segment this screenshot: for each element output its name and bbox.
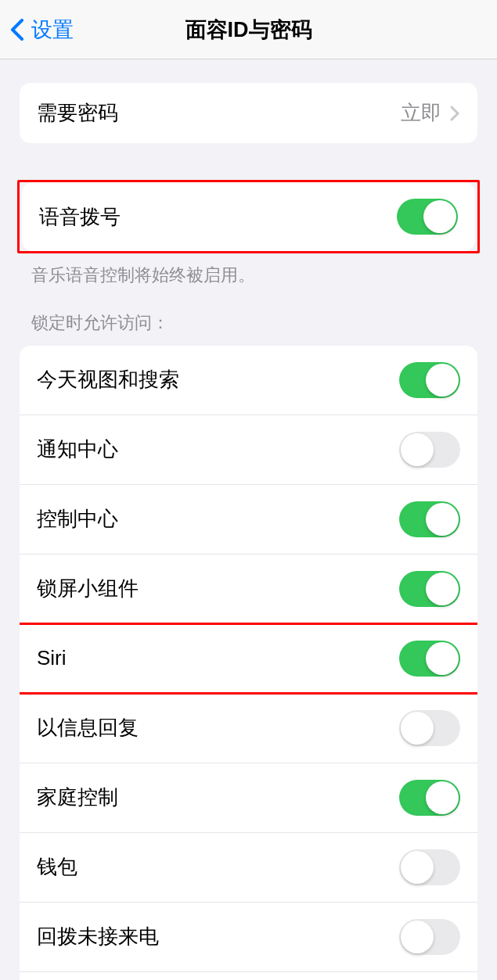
today-view-toggle[interactable]: [399, 362, 460, 398]
notification-center-toggle[interactable]: [399, 432, 460, 468]
notification-center-label: 通知中心: [37, 436, 118, 463]
chevron-right-icon: [449, 105, 460, 122]
control-center-toggle[interactable]: [399, 501, 460, 537]
home-control-row: 家庭控制: [20, 763, 477, 833]
return-missed-calls-row: 回拨未接来电: [20, 903, 477, 972]
chevron-left-icon: [9, 18, 25, 41]
lock-screen-widgets-label: 锁屏小组件: [37, 575, 139, 602]
back-button[interactable]: 设置: [0, 16, 74, 44]
home-control-label: 家庭控制: [37, 784, 118, 811]
voice-dial-toggle[interactable]: [397, 199, 458, 235]
control-center-row: 控制中心: [20, 485, 477, 555]
wallet-toggle[interactable]: [399, 849, 460, 885]
reply-message-row: 以信息回复: [20, 694, 477, 763]
home-control-toggle[interactable]: [399, 780, 460, 816]
page-title: 面容ID与密码: [185, 16, 312, 44]
lock-screen-widgets-row: 锁屏小组件: [20, 555, 477, 624]
require-passcode-row[interactable]: 需要密码 立即: [20, 83, 477, 143]
voice-dial-group: 语音拨号: [22, 182, 475, 251]
return-missed-calls-toggle[interactable]: [399, 919, 460, 955]
voice-dial-footer: 音乐语音控制将始终被启用。: [0, 253, 497, 288]
reply-message-toggle[interactable]: [399, 710, 460, 746]
wallet-row: 钱包: [20, 833, 477, 903]
back-label: 设置: [31, 16, 74, 44]
locked-section-header: 锁定时允许访问：: [0, 288, 497, 346]
lock-screen-widgets-toggle[interactable]: [399, 571, 460, 607]
siri-row: Siri: [20, 624, 477, 694]
require-passcode-label: 需要密码: [37, 99, 118, 127]
usb-accessories-row: USB配件: [20, 972, 477, 980]
highlight-voice-dial: 语音拨号: [17, 180, 480, 253]
reply-message-label: 以信息回复: [37, 714, 139, 741]
locked-access-group: 今天视图和搜索 通知中心 控制中心 锁屏小组件 Siri 以信息回复 家庭控制: [20, 346, 477, 980]
navigation-header: 设置 面容ID与密码: [0, 0, 497, 59]
voice-dial-row: 语音拨号: [22, 182, 475, 251]
return-missed-calls-label: 回拨未接来电: [37, 923, 159, 950]
require-passcode-value: 立即: [401, 99, 460, 127]
voice-dial-label: 语音拨号: [39, 203, 121, 231]
wallet-label: 钱包: [37, 853, 77, 881]
siri-toggle[interactable]: [399, 641, 460, 677]
notification-center-row: 通知中心: [20, 415, 477, 485]
today-view-label: 今天视图和搜索: [37, 366, 179, 393]
siri-label: Siri: [37, 646, 67, 670]
today-view-row: 今天视图和搜索: [20, 346, 477, 415]
passcode-group: 需要密码 立即: [20, 83, 477, 143]
control-center-label: 控制中心: [37, 505, 118, 533]
